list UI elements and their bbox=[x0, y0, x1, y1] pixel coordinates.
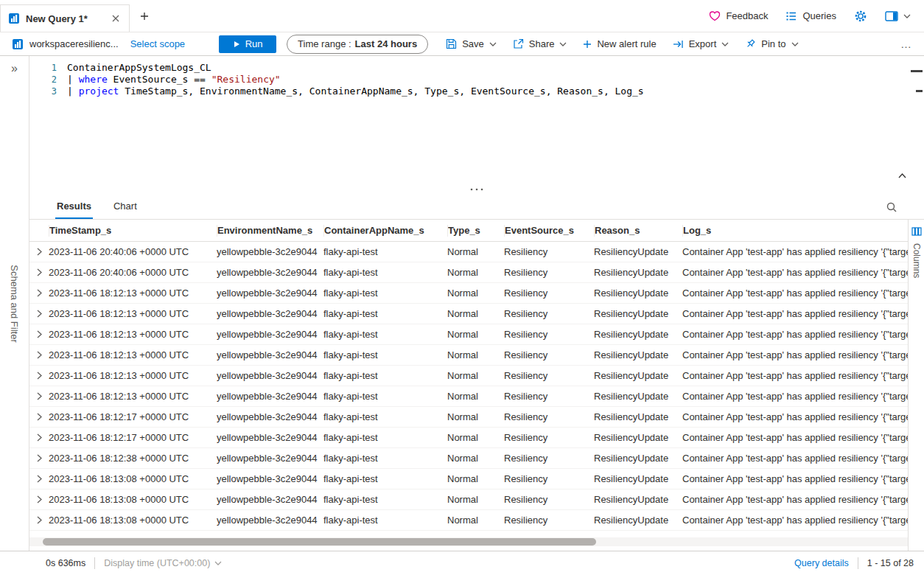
table-row[interactable]: 2023-11-06 18:12:17 +0000 UTCyellowpebbl… bbox=[29, 407, 908, 428]
row-expander[interactable] bbox=[29, 433, 49, 442]
table-cell: Resiliency bbox=[504, 267, 594, 278]
tab-new-query[interactable]: New Query 1* bbox=[0, 4, 130, 32]
expand-panel-button[interactable]: » bbox=[11, 62, 18, 75]
column-header-containerappname_s[interactable]: ContainerAppName_s bbox=[323, 225, 447, 237]
table-cell: 2023-11-06 18:12:17 +0000 UTC bbox=[49, 432, 217, 443]
table-cell: ResiliencyUpdate bbox=[594, 288, 682, 299]
column-header-environmentname_s[interactable]: EnvironmentName_s bbox=[217, 225, 323, 237]
editor-line[interactable]: 1ContainerAppSystemLogs_CL bbox=[29, 62, 924, 74]
row-expander[interactable] bbox=[29, 495, 49, 503]
table-cell: Normal bbox=[447, 411, 504, 422]
table-cell: yellowpebble-3c2e9044 bbox=[217, 308, 323, 319]
line-number: 2 bbox=[29, 74, 57, 86]
row-expander[interactable] bbox=[29, 310, 49, 318]
divider bbox=[858, 557, 858, 569]
query-details-link[interactable]: Query details bbox=[794, 558, 849, 568]
pin-to-label: Pin to bbox=[761, 38, 785, 49]
table-row[interactable]: 2023-11-06 18:12:13 +0000 UTCyellowpebbl… bbox=[29, 345, 908, 366]
save-label: Save bbox=[462, 38, 484, 49]
row-expander[interactable] bbox=[29, 413, 49, 421]
horizontal-scrollbar[interactable] bbox=[29, 537, 908, 546]
select-scope-link[interactable]: Select scope bbox=[130, 38, 185, 49]
collapse-editor-button[interactable] bbox=[897, 172, 908, 180]
table-cell: flaky-api-test bbox=[323, 432, 447, 443]
close-icon[interactable] bbox=[110, 13, 122, 24]
row-expander[interactable] bbox=[29, 351, 49, 359]
table-row[interactable]: 2023-11-06 18:12:13 +0000 UTCyellowpebbl… bbox=[29, 304, 908, 324]
scrollbar-thumb[interactable] bbox=[43, 538, 596, 546]
export-button[interactable]: Export bbox=[673, 38, 729, 49]
row-expander[interactable] bbox=[29, 289, 49, 297]
table-cell: Resiliency bbox=[504, 370, 594, 381]
chevron-right-icon bbox=[37, 310, 42, 318]
row-expander[interactable] bbox=[29, 516, 49, 524]
row-expander[interactable] bbox=[29, 372, 49, 380]
save-button[interactable]: Save bbox=[446, 38, 497, 49]
row-expander[interactable] bbox=[29, 392, 49, 400]
table-cell: 2023-11-06 20:40:06 +0000 UTC bbox=[49, 267, 217, 278]
table-cell: Normal bbox=[447, 453, 504, 464]
tab-results[interactable]: Results bbox=[55, 195, 93, 219]
queries-icon bbox=[785, 10, 797, 22]
column-header-timestamp_s[interactable]: TimeStamp_s bbox=[49, 225, 217, 237]
table-row[interactable]: 2023-11-06 18:12:13 +0000 UTCyellowpebbl… bbox=[29, 366, 908, 386]
queries-button[interactable]: Queries bbox=[785, 10, 836, 22]
chevron-right-icon bbox=[37, 475, 42, 483]
chevron-down-icon bbox=[903, 14, 911, 18]
table-cell: flaky-api-test bbox=[323, 391, 447, 402]
drag-dots-icon bbox=[470, 188, 483, 191]
table-cell: ResiliencyUpdate bbox=[594, 411, 682, 422]
layout-button[interactable] bbox=[885, 11, 911, 21]
pin-to-button[interactable]: Pin to bbox=[745, 38, 798, 49]
row-expander[interactable] bbox=[29, 248, 49, 256]
tab-chart[interactable]: Chart bbox=[112, 195, 139, 219]
schema-filter-label[interactable]: Schema and Filter bbox=[9, 265, 20, 343]
table-cell: Container App 'test-app' has applied res… bbox=[682, 329, 908, 340]
time-range-picker[interactable]: Time range : Last 24 hours bbox=[287, 35, 428, 54]
table-cell: ResiliencyUpdate bbox=[594, 329, 682, 340]
column-header-type_s[interactable]: Type_s bbox=[447, 225, 504, 237]
search-button[interactable] bbox=[884, 200, 899, 215]
share-button[interactable]: Share bbox=[513, 38, 567, 49]
table-row[interactable]: 2023-11-06 18:12:13 +0000 UTCyellowpebbl… bbox=[29, 386, 908, 407]
run-button[interactable]: Run bbox=[219, 35, 276, 53]
row-expander[interactable] bbox=[29, 330, 49, 338]
row-expander[interactable] bbox=[29, 475, 49, 483]
table-row[interactable]: 2023-11-06 18:12:13 +0000 UTCyellowpebbl… bbox=[29, 324, 908, 345]
splitter-handle[interactable] bbox=[29, 184, 924, 195]
table-row[interactable]: 2023-11-06 18:13:08 +0000 UTCyellowpebbl… bbox=[29, 469, 908, 489]
workspace-scope[interactable]: workspaceresilienc... bbox=[12, 38, 119, 50]
table-cell: flaky-api-test bbox=[323, 349, 447, 360]
columns-panel[interactable]: Columns bbox=[908, 220, 924, 551]
table-row[interactable]: 2023-11-06 18:13:08 +0000 UTCyellowpebbl… bbox=[29, 510, 908, 531]
editor-line[interactable]: 2| where EventSource_s == "Resiliency" bbox=[29, 74, 924, 86]
row-expander[interactable] bbox=[29, 268, 49, 276]
feedback-button[interactable]: Feedback bbox=[709, 10, 768, 22]
query-elapsed-time: 0s 636ms bbox=[46, 558, 85, 568]
new-tab-button[interactable] bbox=[137, 9, 152, 24]
editor-line[interactable]: 3| project TimeStamp_s, EnvironmentName_… bbox=[29, 86, 924, 97]
expander-column-header bbox=[29, 225, 49, 237]
table-row[interactable]: 2023-11-06 18:12:13 +0000 UTCyellowpebbl… bbox=[29, 283, 908, 304]
table-row[interactable]: 2023-11-06 18:13:08 +0000 UTCyellowpebbl… bbox=[29, 489, 908, 510]
table-cell: Container App 'test-app' has applied res… bbox=[682, 411, 908, 422]
table-row[interactable]: 2023-11-06 20:40:06 +0000 UTCyellowpebbl… bbox=[29, 262, 908, 283]
more-commands-button[interactable]: … bbox=[900, 38, 912, 50]
query-editor[interactable]: 1ContainerAppSystemLogs_CL2| where Event… bbox=[29, 56, 924, 184]
play-icon bbox=[233, 41, 240, 48]
share-icon bbox=[513, 38, 524, 49]
column-header-log_s[interactable]: Log_s bbox=[682, 225, 908, 237]
table-row[interactable]: 2023-11-06 18:12:17 +0000 UTCyellowpebbl… bbox=[29, 428, 908, 448]
table-cell: 2023-11-06 18:13:08 +0000 UTC bbox=[49, 494, 217, 505]
table-cell: Container App 'test-app' has applied res… bbox=[682, 473, 908, 484]
column-header-reason_s[interactable]: Reason_s bbox=[594, 225, 682, 237]
run-label: Run bbox=[245, 38, 263, 49]
table-row[interactable]: 2023-11-06 20:40:06 +0000 UTCyellowpebbl… bbox=[29, 242, 908, 262]
new-alert-rule-button[interactable]: New alert rule bbox=[583, 38, 656, 49]
settings-button[interactable] bbox=[854, 10, 867, 23]
row-expander[interactable] bbox=[29, 454, 49, 462]
column-header-eventsource_s[interactable]: EventSource_s bbox=[504, 225, 594, 237]
table-row[interactable]: 2023-11-06 18:12:38 +0000 UTCyellowpebbl… bbox=[29, 448, 908, 469]
display-time-dropdown[interactable]: Display time (UTC+00:00) bbox=[104, 558, 222, 568]
table-cell: Normal bbox=[447, 349, 504, 360]
